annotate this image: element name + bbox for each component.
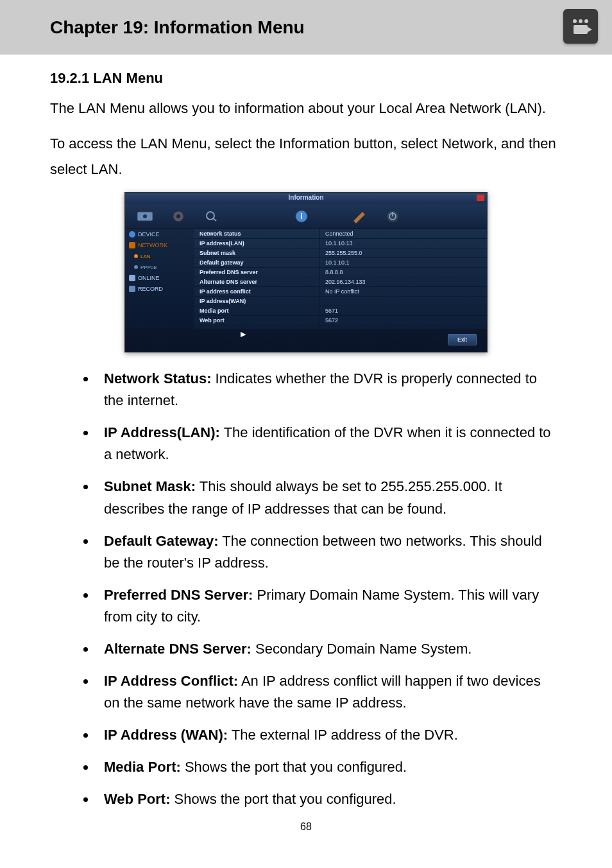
term: IP Address(LAN):	[104, 424, 220, 440]
list-item: Default Gateway: The connection between …	[96, 530, 556, 574]
record-icon	[129, 286, 135, 292]
term: Media Port:	[104, 759, 181, 775]
table-row: Subnet mask255.255.255.0	[194, 248, 487, 258]
sidebar-label: NETWORK	[138, 242, 167, 248]
table-row: Web port5672	[194, 316, 487, 326]
sidebar-item-network[interactable]: NETWORK	[125, 240, 194, 251]
sidebar-item-online[interactable]: ONLINE	[125, 273, 194, 284]
sidebar-label: ONLINE	[138, 275, 160, 281]
online-icon	[129, 275, 135, 281]
row-label: IP address(WAN)	[194, 298, 319, 304]
list-item: IP Address Conflict: An IP address confl…	[96, 670, 556, 714]
sidebar-label: LAN	[140, 254, 151, 259]
row-value: Connected	[319, 229, 487, 238]
dot-icon	[134, 254, 138, 258]
tab-icon-general[interactable]	[134, 208, 156, 225]
exit-button[interactable]: Exit	[448, 334, 477, 345]
sidebar: DEVICE NETWORK LAN PPPoE ONLINE	[125, 229, 194, 329]
row-value: 10.1.10.1	[319, 258, 487, 267]
sidebar-item-record[interactable]: RECORD	[125, 284, 194, 295]
tab-icon-tools[interactable]	[348, 208, 370, 225]
tab-icon-info[interactable]: i	[291, 208, 312, 225]
row-value: No IP conflict	[319, 287, 487, 296]
table-row: Alternate DNS server202.96.134.133	[194, 277, 487, 287]
network-icon	[129, 242, 135, 248]
row-label: Alternate DNS server	[194, 279, 319, 285]
info-table: Network statusConnected IP address(LAN)1…	[194, 229, 487, 329]
table-row: Network statusConnected	[194, 229, 487, 239]
tab-icon-settings[interactable]	[167, 208, 189, 225]
row-label: Network status	[194, 230, 319, 237]
list-item: IP Address (WAN): The external IP addres…	[96, 724, 556, 746]
info-icon	[129, 231, 135, 238]
sidebar-item-lan[interactable]: LAN	[125, 251, 194, 262]
desc: The external IP address of the DVR.	[228, 727, 458, 743]
row-value: 255.255.255.0	[319, 248, 487, 257]
sidebar-label: DEVICE	[138, 231, 160, 238]
table-row: Default gateway10.1.10.1	[194, 258, 487, 268]
dialog-footer: ▶ Exit	[125, 329, 487, 352]
row-value: 10.1.10.13	[319, 239, 487, 248]
embedded-screenshot: Information i	[124, 192, 488, 352]
row-value: 202.96.134.133	[319, 277, 487, 286]
list-item: IP Address(LAN): The identification of t…	[96, 422, 556, 465]
svg-text:i: i	[300, 212, 302, 221]
page-number: 68	[50, 821, 562, 833]
list-item: Web Port: Shows the port that you config…	[96, 788, 556, 810]
table-row: IP address(LAN)10.1.10.13	[194, 239, 487, 248]
sidebar-item-device[interactable]: DEVICE	[125, 229, 194, 240]
row-label: Media port	[194, 308, 319, 314]
intro-text-1: The LAN Menu allows you to information a…	[50, 96, 562, 122]
tab-icon-search[interactable]	[201, 208, 223, 225]
intro-text-2: To access the LAN Menu, select the Infor…	[50, 131, 562, 183]
tab-icon-power[interactable]	[382, 208, 404, 225]
term: Preferred DNS Server:	[104, 587, 253, 603]
row-value	[319, 297, 487, 306]
close-icon[interactable]	[477, 195, 484, 201]
row-value: 8.8.8.8	[319, 268, 487, 277]
page-content: 19.2.1 LAN Menu The LAN Menu allows you …	[0, 55, 612, 833]
term: Default Gateway:	[104, 533, 219, 549]
sidebar-item-pppoe[interactable]: PPPoE	[125, 262, 194, 273]
term: Subnet Mask:	[104, 478, 196, 494]
term: Web Port:	[104, 791, 170, 807]
window-titlebar: Information	[125, 193, 487, 204]
desc: Shows the port that you configured.	[170, 791, 396, 807]
term: IP Address (WAN):	[104, 727, 228, 743]
row-label: Web port	[194, 317, 319, 324]
row-label: IP address(LAN)	[194, 240, 319, 247]
chapter-header: Chapter 19: Information Menu	[0, 0, 612, 55]
row-label: Preferred DNS server	[194, 269, 319, 275]
svg-point-3	[176, 214, 180, 218]
sidebar-label: RECORD	[138, 286, 163, 292]
list-item: Network Status: Indicates whether the DV…	[96, 368, 556, 412]
table-row: Preferred DNS server8.8.8.8	[194, 268, 487, 277]
row-value: 5671	[319, 306, 487, 315]
cursor-icon: ▶	[241, 330, 246, 338]
term: Alternate DNS Server:	[104, 641, 251, 657]
table-row: Media port5671	[194, 306, 487, 316]
sidebar-label: PPPoE	[140, 265, 157, 270]
row-label: IP address conflict	[194, 288, 319, 295]
list-item: Media Port: Shows the port that you conf…	[96, 756, 556, 778]
row-label: Subnet mask	[194, 250, 319, 256]
svg-line-5	[213, 218, 216, 221]
dot-icon	[134, 265, 138, 269]
list-item: Alternate DNS Server: Secondary Domain N…	[96, 638, 556, 660]
row-label: Default gateway	[194, 259, 319, 266]
section-title: 19.2.1 LAN Menu	[50, 70, 562, 87]
chapter-title: Chapter 19: Information Menu	[50, 17, 305, 38]
tab-spacer-2	[324, 208, 337, 225]
list-item: Preferred DNS Server: Primary Domain Nam…	[96, 584, 556, 628]
tab-spacer	[234, 208, 279, 225]
desc: Secondary Domain Name System.	[251, 641, 472, 657]
list-item: Subnet Mask: This should always be set t…	[96, 476, 556, 519]
term: Network Status:	[104, 370, 211, 386]
desc: Shows the port that you configured.	[181, 759, 407, 775]
table-row: IP address(WAN)	[194, 297, 487, 306]
svg-point-1	[143, 214, 147, 218]
table-row: IP address conflictNo IP conflict	[194, 287, 487, 297]
window-title: Information	[289, 194, 324, 201]
camera-icon	[563, 9, 598, 44]
row-value: 5672	[319, 316, 487, 325]
